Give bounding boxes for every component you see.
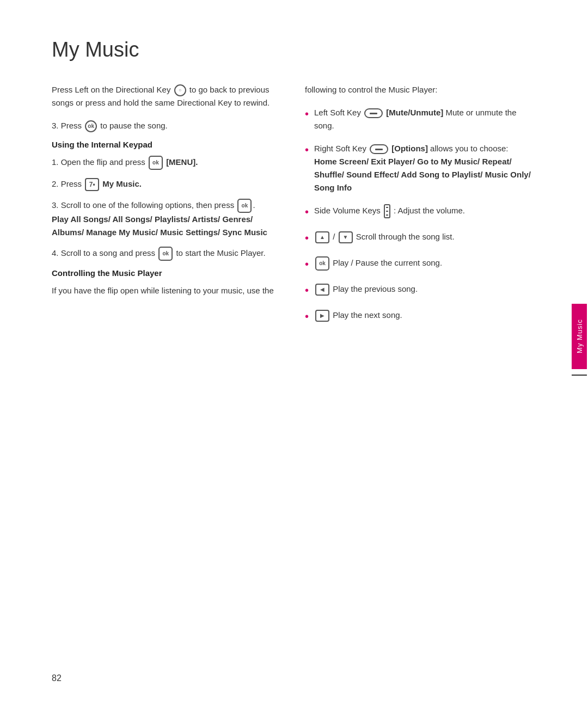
item-3-pause: 3. Press ok to pause the song.: [52, 119, 283, 132]
side-tab-line: [572, 375, 587, 376]
bullet-side-volume: • Side Volume Keys : Adjust the volume.: [305, 204, 536, 220]
scroll-content: ▲ / ▼ Scroll through the song list.: [314, 230, 536, 243]
directional-key-icon: ○: [174, 84, 186, 96]
left-soft-key-content: Left Soft Key [Mute/Unmute] Mute or unmu…: [314, 106, 536, 132]
bullet-next-song: • ▶ Play the next song.: [305, 309, 536, 325]
bullet-dot-5: •: [305, 255, 309, 273]
volume-key-icon: [384, 204, 390, 218]
bullet-left-soft-key: • Left Soft Key [Mute/Unmute] Mute or un…: [305, 106, 536, 132]
bullet-prev-song: • ◀ Play the previous song.: [305, 283, 536, 299]
page-title: My Music: [0, 33, 588, 62]
bullet-right-soft-key: • Right Soft Key [Options] allows you to…: [305, 142, 536, 194]
left-intro-text: Press Left on the Directional Key ○ to g…: [52, 83, 283, 109]
side-tab-label: My Music: [575, 319, 584, 353]
key-7-icon: 7•: [85, 178, 99, 191]
bullet-list: • Left Soft Key [Mute/Unmute] Mute or un…: [305, 106, 536, 325]
content-area: Press Left on the Directional Key ○ to g…: [0, 83, 588, 335]
bullet-dot-4: •: [305, 229, 309, 247]
next-song-icon: ▶: [315, 310, 329, 322]
bullet-dot-7: •: [305, 308, 309, 325]
controlling-text: If you have the flip open while listenin…: [52, 284, 283, 297]
ok-key-icon-2: ok: [237, 199, 252, 213]
side-tab-bar: My Music: [572, 304, 587, 369]
heading-internal-keypad: Using the Internal Keypad: [52, 140, 283, 149]
step-3: 3. Scroll to one of the following option…: [52, 199, 283, 239]
bullet-dot-6: •: [305, 281, 309, 299]
ok-play-content: ok Play / Pause the current song.: [314, 256, 536, 271]
right-soft-key-icon: [370, 144, 388, 154]
right-column: following to control the Music Player: •…: [305, 83, 536, 335]
prev-song-icon: ◀: [315, 284, 329, 296]
next-song-content: ▶ Play the next song.: [314, 309, 536, 322]
step-2: 2. Press 7• My Music.: [52, 177, 283, 191]
bullet-dot-3: •: [305, 203, 309, 220]
bullet-dot-2: •: [305, 141, 309, 158]
bullet-dot-1: •: [305, 105, 309, 122]
side-tab: My Music: [571, 304, 588, 402]
ok-key-icon-1: ok: [149, 156, 163, 170]
heading-controlling: Controlling the Music Player: [52, 268, 283, 278]
down-arrow-icon: ▼: [339, 231, 353, 243]
ok-key-icon-3: ok: [158, 247, 173, 261]
step-4: 4. Scroll to a song and press ok to star…: [52, 247, 283, 261]
page-container: My Music Press Left on the Directional K…: [0, 0, 588, 705]
ok-circle-icon: ok: [85, 120, 97, 132]
bullet-scroll: • ▲ / ▼ Scroll through the song list.: [305, 230, 536, 247]
up-arrow-icon: ▲: [315, 231, 329, 243]
bullet-ok-play: • ok Play / Pause the current song.: [305, 256, 536, 273]
side-volume-content: Side Volume Keys : Adjust the volume.: [314, 204, 536, 218]
page-number: 82: [52, 673, 62, 683]
ok-play-icon: ok: [315, 256, 329, 271]
left-soft-key-icon: [364, 108, 383, 118]
step-1: 1. Open the flip and press ok [MENU].: [52, 156, 283, 170]
right-intro-text: following to control the Music Player:: [305, 83, 536, 96]
right-soft-key-content: Right Soft Key [Options] allows you to c…: [314, 142, 536, 194]
prev-song-content: ◀ Play the previous song.: [314, 283, 536, 296]
left-column: Press Left on the Directional Key ○ to g…: [52, 83, 283, 335]
